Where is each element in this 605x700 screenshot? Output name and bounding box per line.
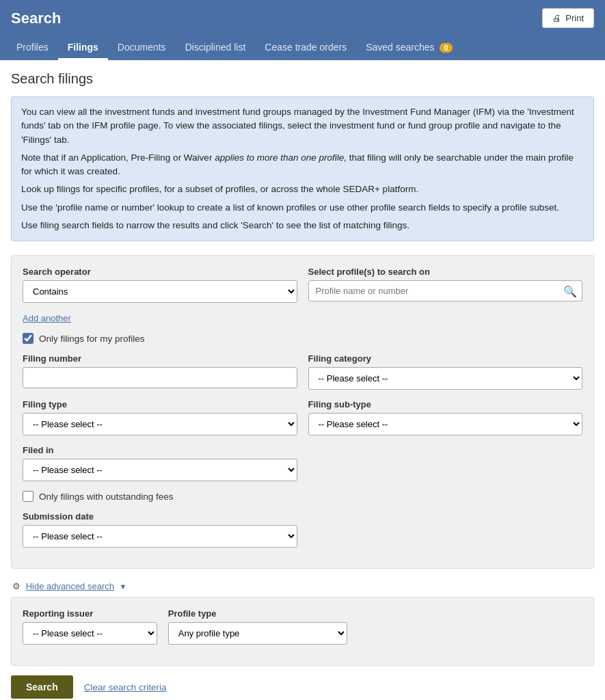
select-profiles-group: Select profile(s) to search on 🔍 — [308, 267, 583, 303]
page-header: Search 🖨 Print — [0, 0, 605, 36]
info-box: You can view all the investment funds an… — [11, 96, 594, 241]
operator-profile-row: Search operator Contains Starts with Exa… — [23, 267, 582, 303]
profile-type-select[interactable]: Any profile type Reporting issuer Invest… — [168, 622, 347, 645]
reporting-issuer-group: Reporting issuer -- Please select -- — [23, 608, 157, 645]
reporting-issuer-label: Reporting issuer — [23, 608, 157, 619]
reporting-issuer-select[interactable]: -- Please select -- — [23, 622, 157, 645]
clear-button[interactable]: Clear search criteria — [84, 682, 167, 692]
filing-type-select[interactable]: -- Please select -- — [23, 413, 297, 435]
filing-type-group: Filing type -- Please select -- — [23, 399, 297, 435]
tab-cease-trade-orders[interactable]: Cease trade orders — [255, 36, 356, 60]
profile-search-icon-button[interactable]: 🔍 — [563, 284, 577, 297]
filed-in-row: Filed in -- Please select -- — [23, 445, 582, 481]
hide-advanced-link[interactable]: Hide advanced search — [26, 581, 114, 591]
filed-in-label: Filed in — [23, 445, 297, 455]
filing-subtype-label: Filing sub-type — [308, 399, 583, 409]
my-profiles-checkbox-row: Only filings for my profiles — [23, 333, 582, 344]
filing-category-select[interactable]: -- Please select -- — [308, 367, 583, 390]
filing-subtype-select[interactable]: -- Please select -- — [308, 413, 583, 435]
profile-search-input[interactable] — [308, 280, 583, 301]
profile-search-wrapper: 🔍 — [308, 280, 583, 301]
tab-disciplined-list[interactable]: Disciplined list — [176, 36, 256, 60]
search-form-section: Search operator Contains Starts with Exa… — [11, 255, 594, 569]
filed-in-group: Filed in -- Please select -- — [23, 445, 297, 481]
outstanding-fees-row: Only filings with outstanding fees — [23, 491, 582, 502]
submission-date-select[interactable]: -- Please select -- — [23, 525, 297, 548]
search-button[interactable]: Search — [11, 675, 73, 699]
search-operator-group: Search operator Contains Starts with Exa… — [23, 267, 297, 303]
profile-type-group: Profile type Any profile type Reporting … — [168, 608, 347, 645]
outstanding-fees-label: Only filings with outstanding fees — [39, 492, 174, 502]
filing-type-label: Filing type — [23, 399, 297, 409]
filing-number-group: Filing number — [23, 353, 297, 390]
add-another-link[interactable]: Add another — [23, 313, 71, 323]
my-profiles-checkbox[interactable] — [23, 333, 33, 344]
advanced-row: Reporting issuer -- Please select -- Pro… — [23, 608, 582, 645]
profile-type-label: Profile type — [168, 608, 347, 619]
main-content: Search filings You can view all the inve… — [0, 60, 605, 700]
search-operator-label: Search operator — [23, 267, 297, 277]
filed-in-select[interactable]: -- Please select -- — [23, 459, 297, 481]
filing-number-category-row: Filing number Filing category -- Please … — [23, 353, 582, 390]
filing-number-input[interactable] — [23, 367, 297, 388]
filing-type-subtype-row: Filing type -- Please select -- Filing s… — [23, 399, 582, 435]
search-operator-select[interactable]: Contains Starts with Exact match — [23, 280, 297, 303]
saved-searches-badge: 0 — [440, 43, 452, 53]
advanced-search-toggle[interactable]: ⚙ Hide advanced search ▼ — [11, 576, 594, 597]
info-paragraph-2: Note that if an Application, Pre-Filing … — [21, 151, 584, 179]
info-paragraph-3: Look up filings for specific profiles, f… — [21, 183, 584, 196]
nav-tabs: Profiles Filings Documents Disciplined l… — [0, 36, 605, 60]
my-profiles-label: Only filings for my profiles — [39, 334, 145, 344]
submission-date-row: Submission date -- Please select -- — [23, 511, 582, 548]
print-button[interactable]: 🖨 Print — [542, 8, 594, 28]
advanced-search-section: Reporting issuer -- Please select -- Pro… — [11, 597, 594, 666]
add-another-row: Add another — [23, 312, 582, 333]
filing-category-label: Filing category — [308, 353, 583, 364]
info-paragraph-1: You can view all the investment funds an… — [21, 105, 584, 147]
submission-date-label: Submission date — [23, 511, 297, 522]
tab-profiles[interactable]: Profiles — [7, 36, 58, 60]
select-profiles-label: Select profile(s) to search on — [308, 267, 583, 277]
search-filings-title: Search filings — [11, 71, 594, 87]
filing-subtype-group: Filing sub-type -- Please select -- — [308, 399, 583, 435]
tab-documents[interactable]: Documents — [108, 36, 176, 60]
outstanding-fees-checkbox[interactable] — [23, 491, 33, 502]
printer-icon: 🖨 — [552, 13, 561, 23]
filing-number-label: Filing number — [23, 353, 297, 364]
page-title: Search — [11, 10, 61, 27]
submission-date-group: Submission date -- Please select -- — [23, 511, 297, 548]
info-paragraph-5: Use filing search fields to narrow the r… — [21, 219, 584, 232]
action-row: Search Clear search criteria — [11, 675, 594, 699]
info-paragraph-4: Use the 'profile name or number' lookup … — [21, 201, 584, 215]
filing-category-group: Filing category -- Please select -- — [308, 353, 583, 390]
chevron-down-icon: ▼ — [120, 582, 127, 591]
sliders-icon: ⚙ — [12, 581, 21, 591]
tab-filings[interactable]: Filings — [58, 36, 108, 60]
tab-saved-searches[interactable]: Saved searches 0 — [356, 36, 461, 60]
